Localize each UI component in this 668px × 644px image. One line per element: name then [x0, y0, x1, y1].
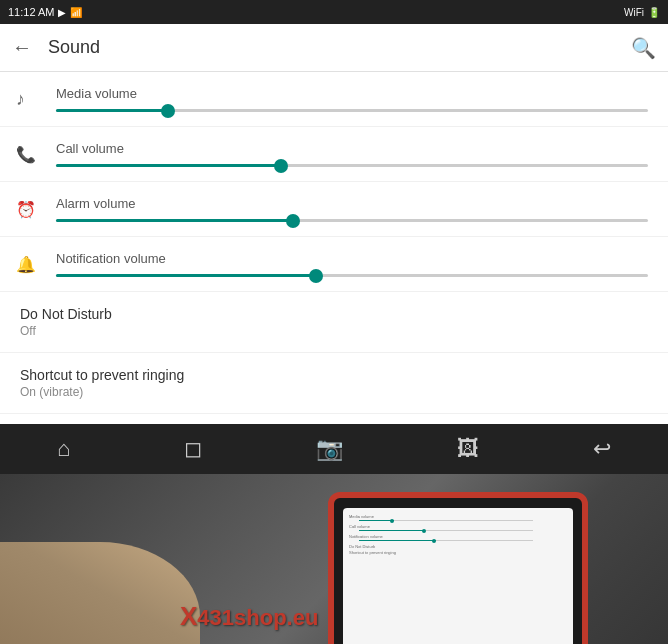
- music-icon: ♪: [16, 89, 25, 110]
- media-volume-slider[interactable]: [56, 109, 648, 112]
- media-volume-fill: [56, 109, 168, 112]
- wifi-icon: WiFi: [624, 7, 644, 18]
- watermark: X431shop.eu: [180, 601, 318, 632]
- do-not-disturb-title: Do Not Disturb: [20, 306, 648, 322]
- back-nav-button[interactable]: ↩: [577, 428, 627, 470]
- media-volume-label: Media volume: [56, 86, 648, 101]
- watermark-domain: .eu: [287, 605, 319, 630]
- shortcut-ringing-title: Shortcut to prevent ringing: [20, 367, 648, 383]
- call-volume-item[interactable]: 📞 Call volume: [0, 127, 668, 182]
- status-bar: 11:12 AM ▶ 📶 WiFi 🔋: [0, 0, 668, 24]
- status-bar-right: WiFi 🔋: [624, 7, 660, 18]
- tablet-device-preview: Media volume Call volume Notification vo…: [328, 492, 588, 644]
- activity-icon: ▶: [58, 7, 66, 18]
- notification-volume-label: Notification volume: [56, 251, 648, 266]
- call-volume-label: Call volume: [56, 141, 648, 156]
- notification-volume-slider[interactable]: [56, 274, 648, 277]
- camera-area: Media volume Call volume Notification vo…: [0, 474, 668, 644]
- time-display: 11:12 AM: [8, 6, 54, 18]
- call-volume-thumb[interactable]: [274, 159, 288, 173]
- signal-icon: 📶: [70, 7, 82, 18]
- alarm-volume-thumb[interactable]: [286, 214, 300, 228]
- camera-button[interactable]: 📷: [300, 428, 359, 470]
- home-button[interactable]: ⌂: [41, 428, 86, 470]
- recents-button[interactable]: ◻: [168, 428, 218, 470]
- gallery-button[interactable]: 🖼: [441, 428, 495, 470]
- watermark-x: X: [180, 601, 197, 632]
- alarm-volume-slider[interactable]: [56, 219, 648, 222]
- media-volume-thumb[interactable]: [161, 104, 175, 118]
- notification-volume-thumb[interactable]: [309, 269, 323, 283]
- shortcut-ringing-subtitle: On (vibrate): [20, 385, 648, 399]
- media-volume-item[interactable]: ♪ Media volume: [0, 72, 668, 127]
- notification-volume-fill: [56, 274, 316, 277]
- nav-bar: ⌂ ◻ 📷 🖼 ↩: [0, 424, 668, 474]
- phone-icon: 📞: [16, 145, 36, 164]
- shortcut-ringing-item[interactable]: Shortcut to prevent ringing On (vibrate): [0, 353, 668, 414]
- tablet-screen-content: Media volume Call volume Notification vo…: [343, 508, 573, 562]
- status-bar-left: 11:12 AM ▶ 📶: [8, 6, 82, 18]
- notification-icon: 🔔: [16, 255, 36, 274]
- call-volume-fill: [56, 164, 281, 167]
- alarm-volume-fill: [56, 219, 293, 222]
- alarm-volume-item[interactable]: ⏰ Alarm volume: [0, 182, 668, 237]
- alarm-volume-label: Alarm volume: [56, 196, 648, 211]
- settings-panel: ♪ Media volume 📞 Call volume ⏰ Alarm vol…: [0, 72, 668, 424]
- do-not-disturb-subtitle: Off: [20, 324, 648, 338]
- alarm-icon: ⏰: [16, 200, 36, 219]
- watermark-shop: 431shop: [197, 605, 286, 630]
- action-bar: ← Sound 🔍: [0, 24, 668, 72]
- do-not-disturb-item[interactable]: Do Not Disturb Off: [0, 292, 668, 353]
- call-volume-slider[interactable]: [56, 164, 648, 167]
- search-button[interactable]: 🔍: [631, 36, 656, 60]
- notification-volume-item[interactable]: 🔔 Notification volume: [0, 237, 668, 292]
- battery-icon: 🔋: [648, 7, 660, 18]
- back-button[interactable]: ←: [12, 36, 32, 59]
- page-title: Sound: [48, 37, 631, 58]
- tablet-screen: Media volume Call volume Notification vo…: [343, 508, 573, 644]
